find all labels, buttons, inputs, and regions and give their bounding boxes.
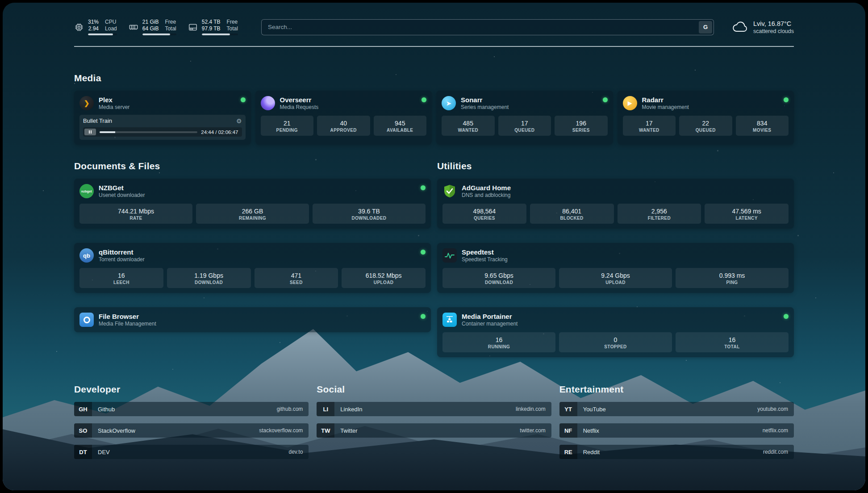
qbittorrent-link[interactable]: qb qBittorrent Torrent downloader: [79, 248, 426, 263]
bookmark-abbr: NF: [559, 423, 577, 438]
progress-fill: [100, 131, 115, 133]
plex-link[interactable]: ❯ Plex Media server: [79, 96, 246, 111]
bookmark-name: LinkedIn: [340, 406, 362, 413]
bookmark-url: dev.to: [289, 449, 303, 455]
status-online-dot: [603, 97, 608, 102]
status-online-dot: [421, 185, 426, 190]
stat-value: 0.993 ms: [677, 272, 787, 280]
nzbget-card: nzbget NZBGet Usenet downloader 744.21 M…: [74, 179, 431, 229]
section-title-developer: Developer: [74, 384, 309, 395]
section-media: Media ❯ Plex Media server Bullet Train: [74, 73, 794, 145]
bookmark-url: stackoverflow.com: [259, 427, 303, 434]
service-description: Media Requests: [280, 104, 319, 111]
search-input[interactable]: [261, 19, 714, 35]
weather-location: Lviv, 16.87°C: [753, 20, 794, 28]
bookmark-name: Twitter: [340, 427, 357, 434]
cpu-bar: [88, 33, 117, 35]
speedtest-link[interactable]: Speedtest Speedtest Tracking: [442, 248, 789, 263]
sonarr-icon: ➤: [442, 96, 456, 110]
stat-value: 2,956: [619, 207, 700, 215]
memory-bar: [142, 33, 176, 35]
stat-label: TOTAL: [677, 344, 787, 349]
section-title-social: Social: [317, 384, 551, 395]
plex-card: ❯ Plex Media server Bullet Train ⚙: [74, 91, 251, 145]
qbittorrent-icon: qb: [79, 248, 94, 263]
stat-label: QUEUED: [681, 128, 730, 133]
bookmark-dev[interactable]: DT DEV dev.to: [74, 445, 309, 459]
pause-button[interactable]: [84, 129, 96, 135]
sonarr-card: ➤ Sonarr Series management 485 WANTED: [436, 91, 613, 145]
plex-now-playing: Bullet Train ⚙ 24:44 / 02:06:47: [79, 115, 246, 140]
stat-label: LATENCY: [706, 216, 787, 221]
bookmark-linkedin[interactable]: LI LinkedIn linkedin.com: [317, 402, 551, 416]
overseerr-link[interactable]: Overseerr Media Requests: [261, 96, 427, 111]
service-description: DNS and adblocking: [462, 192, 511, 199]
disk-widget: 52.4 TB 97.9 TB Free Total: [188, 19, 238, 35]
disk-label-top: Free: [227, 19, 238, 25]
bookmark-github[interactable]: GH Github github.com: [74, 402, 309, 416]
section-documents: Documents & Files nzbget NZBGet Usenet d…: [74, 161, 431, 357]
bookmark-url: twitter.com: [520, 427, 545, 434]
stat-box: 47.569 ms LATENCY: [705, 204, 789, 224]
filebrowser-icon: [79, 313, 94, 327]
service-name: Plex: [99, 96, 129, 104]
bookmark-name: DEV: [98, 449, 110, 455]
disk-label-bottom: Total: [227, 25, 238, 32]
bookmark-youtube[interactable]: YT YouTube youtube.com: [559, 402, 794, 416]
radarr-link[interactable]: ▶ Radarr Movie management: [623, 96, 789, 111]
bookmark-group-developer: Developer GH Github github.com SO StackO…: [74, 384, 309, 466]
bookmark-abbr: YT: [559, 402, 577, 416]
stat-box: 16 RUNNING: [442, 332, 555, 352]
gear-icon[interactable]: ⚙: [236, 118, 242, 124]
service-description: Torrent downloader: [99, 256, 145, 263]
plex-progress-bar[interactable]: 24:44 / 02:06:47: [83, 127, 242, 137]
status-online-dot: [241, 97, 246, 102]
bookmark-reddit[interactable]: RE Reddit reddit.com: [559, 445, 794, 459]
stat-box: 498,564 QUERIES: [442, 204, 526, 224]
bookmark-abbr: GH: [74, 402, 92, 416]
stat-box: 1.19 Gbps DOWNLOAD: [167, 268, 251, 288]
sonarr-link[interactable]: ➤ Sonarr Series management: [442, 96, 608, 111]
stat-box: 0 STOPPED: [559, 332, 672, 352]
bookmark-stackoverflow[interactable]: SO StackOverflow stackoverflow.com: [74, 423, 309, 438]
stat-value: 17: [500, 119, 550, 127]
radarr-card: ▶ Radarr Movie management 17 WANTED: [618, 91, 794, 145]
nzbget-link[interactable]: nzbget NZBGet Usenet downloader: [79, 184, 426, 199]
search-provider-button[interactable]: G: [699, 21, 712, 33]
stat-label: WANTED: [625, 128, 674, 133]
bookmark-twitter[interactable]: TW Twitter twitter.com: [317, 423, 551, 438]
stat-box: 471 SEED: [255, 268, 338, 288]
status-online-dot: [421, 97, 426, 102]
overseerr-icon: [261, 96, 275, 110]
stat-label: BLOCKED: [532, 216, 612, 221]
now-playing-time: 24:44 / 02:06:47: [201, 130, 238, 135]
stat-label: RUNNING: [444, 344, 554, 349]
stat-label: STOPPED: [561, 344, 670, 349]
service-name: qBittorrent: [99, 248, 145, 256]
stat-label: DOWNLOAD: [444, 280, 554, 285]
stat-box: 39.6 TB DOWNLOADED: [313, 204, 426, 224]
filebrowser-link[interactable]: File Browser Media File Management: [79, 312, 426, 327]
bookmark-abbr: RE: [559, 445, 577, 459]
stat-box: 0.993 ms PING: [676, 268, 789, 288]
stat-value: 196: [556, 119, 606, 127]
stat-label: UPLOAD: [343, 280, 424, 285]
adguard-link[interactable]: AdGuard Home DNS and adblocking: [442, 184, 789, 199]
memory-total: 64 GiB: [142, 25, 159, 32]
bookmark-url: linkedin.com: [516, 406, 546, 412]
stat-value: 485: [443, 119, 493, 127]
portainer-link[interactable]: Media Portainer Container management: [442, 312, 789, 327]
stat-value: 47.569 ms: [706, 207, 787, 215]
stat-box: 22 QUEUED: [679, 116, 732, 136]
bookmark-name: Github: [98, 406, 115, 413]
cloud-icon: [732, 21, 749, 34]
stat-box: 266 GB REMAINING: [196, 204, 309, 224]
stat-value: 1.19 Gbps: [169, 272, 249, 280]
stat-label: MOVIES: [738, 128, 787, 133]
disk-total: 97.9 TB: [202, 25, 221, 32]
memory-icon: [129, 22, 138, 32]
stat-value: 21: [263, 119, 312, 127]
weather-condition: scattered clouds: [753, 28, 794, 35]
resource-widgets: 31% 2.94 CPU Load: [74, 19, 238, 35]
bookmark-netflix[interactable]: NF Netflix netflix.com: [559, 423, 794, 438]
